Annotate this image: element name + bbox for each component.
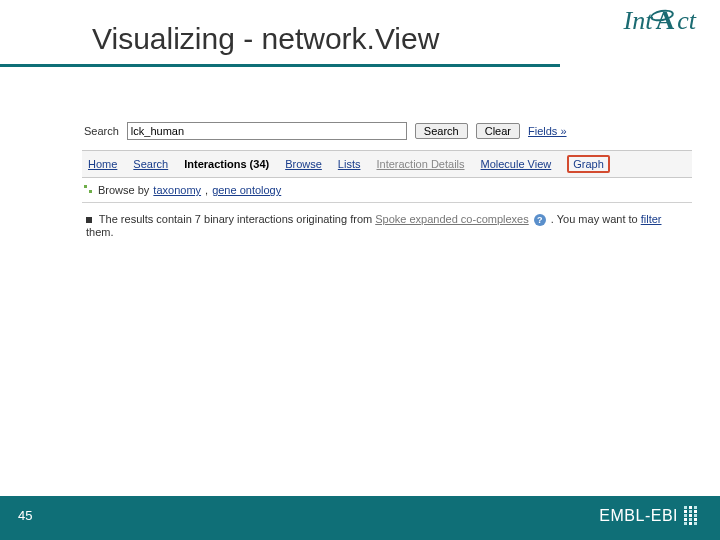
- info-icon[interactable]: ?: [534, 214, 546, 226]
- clear-button[interactable]: Clear: [476, 123, 520, 139]
- page-number: 45: [18, 508, 32, 523]
- divider: [82, 202, 692, 203]
- spoke-link[interactable]: Spoke expanded co-complexes: [375, 213, 528, 225]
- slide-title: Visualizing - network.View: [92, 22, 439, 56]
- sidebar-caption: From search to network.View…: [0, 52, 4, 462]
- tab-browse[interactable]: Browse: [285, 158, 322, 170]
- tab-search[interactable]: Search: [133, 158, 168, 170]
- search-row: Search Search Clear Fields »: [82, 118, 692, 144]
- tab-interactions[interactable]: Interactions (34): [184, 158, 269, 170]
- tab-bar: Home Search Interactions (34) Browse Lis…: [82, 150, 692, 178]
- browse-by-label: Browse by: [98, 184, 149, 196]
- intact-logo: Int A ct: [624, 6, 696, 36]
- msg-part1: The results contain 7 binary interaction…: [99, 213, 375, 225]
- search-label: Search: [84, 125, 119, 137]
- msg-part3: them.: [86, 226, 114, 238]
- search-input[interactable]: [127, 122, 407, 140]
- ebi-dots-icon: [684, 506, 698, 525]
- browse-by-row: Browse by taxonomy, gene ontology: [82, 178, 692, 198]
- tab-lists[interactable]: Lists: [338, 158, 361, 170]
- embl-ebi-text: EMBL-EBI: [599, 507, 678, 525]
- app-screenshot: Search Search Clear Fields » Home Search…: [82, 118, 692, 240]
- embl-ebi-logo: EMBL-EBI: [599, 506, 698, 525]
- title-underline: [0, 64, 560, 67]
- tree-icon: [84, 185, 94, 195]
- tab-interaction-details[interactable]: Interaction Details: [376, 158, 464, 170]
- tab-molecule-view[interactable]: Molecule View: [481, 158, 552, 170]
- fields-link[interactable]: Fields »: [528, 125, 567, 137]
- bullet-icon: [86, 217, 92, 223]
- browse-taxonomy-link[interactable]: taxonomy: [153, 184, 201, 196]
- browse-go-link[interactable]: gene ontology: [212, 184, 281, 196]
- logo-a: A: [653, 6, 676, 36]
- logo-left: Int: [624, 6, 653, 36]
- results-message: The results contain 7 binary interaction…: [82, 211, 692, 240]
- logo-right: ct: [677, 6, 696, 36]
- msg-part2: . You may want to: [551, 213, 641, 225]
- tab-graph[interactable]: Graph: [567, 155, 610, 173]
- footer-bar: 45 EMBL-EBI: [0, 496, 720, 540]
- search-button[interactable]: Search: [415, 123, 468, 139]
- filter-link[interactable]: filter: [641, 213, 662, 225]
- tab-home[interactable]: Home: [88, 158, 117, 170]
